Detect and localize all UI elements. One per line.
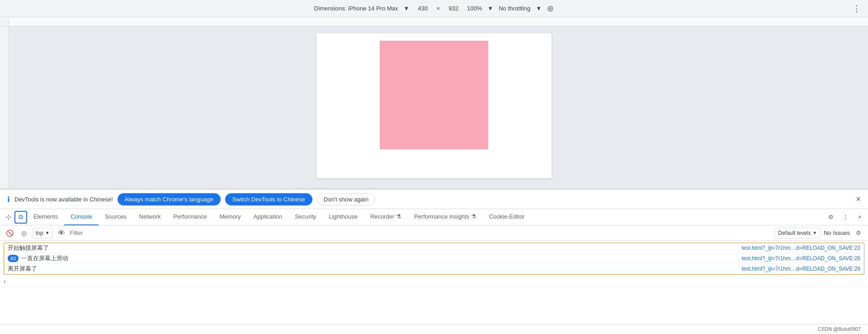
tab-network[interactable]: Network [133,209,167,225]
dont-show-again-button[interactable]: Don't show again [317,193,375,205]
tab-memory[interactable]: Memory [213,209,247,225]
throttling-label[interactable]: No throttling [499,5,530,12]
inspect-element-button[interactable]: ⊹ [2,211,14,224]
tab-security[interactable]: Security [288,209,322,225]
tab-application[interactable]: Application [247,209,289,225]
ruler-vertical [0,26,9,188]
dimension-separator: × [436,5,440,12]
console-count-badge: 60 [8,255,19,262]
console-group: 开始触摸屏幕了 test.html?_ijt=7r1hm…d=RELOAD_ON… [4,243,864,275]
log-level-selector[interactable]: Default levels ▼ [774,228,821,239]
console-entry: 60 一直在屏幕上滑动 test.html?_ijt=7r1hm…d=RELOA… [4,253,864,264]
pink-box [380,41,488,149]
notification-message: DevTools is now available in Chinese! [14,196,113,203]
console-output: 开始触摸屏幕了 test.html?_ijt=7r1hm…d=RELOAD_ON… [0,241,868,324]
devtools-close-button[interactable]: × [854,211,866,224]
context-label: top [36,230,43,236]
console-input-arrow: › [4,278,5,285]
device-toggle-button[interactable]: ⧉ [14,211,27,224]
tabs-right: ⚙ ⋮ × [825,211,866,224]
device-frame [316,33,552,178]
devtools-panel: ℹ DevTools is now available in Chinese! … [0,188,868,333]
console-settings-button[interactable]: ⚙ [853,227,864,239]
info-icon: ℹ [7,195,10,204]
context-chevron: ▼ [45,230,50,235]
zoom-label[interactable]: 100% [467,5,482,12]
console-filter-input[interactable] [70,228,772,239]
throttling-chevron: ▼ [536,5,542,12]
bottom-bar: CSDN @Bulut0907 [0,324,868,333]
show-live-expressions-button[interactable]: 👁 [56,227,67,239]
clear-console-button[interactable]: 🚫 [4,227,15,239]
tab-cookie-editor[interactable]: Cookie-Editor [483,209,531,225]
tab-sources[interactable]: Sources [99,209,133,225]
ruler-corner [0,17,9,26]
log-level-label: Default levels [778,230,811,236]
tab-recorder[interactable]: Recorder ⚗ [364,209,408,225]
dimensions-label: Dimensions: iPhone 14 Pro Max [314,5,398,12]
zoom-chevron: ▼ [487,5,493,12]
notification-close-button[interactable]: × [856,195,861,204]
console-entry-text: 开始触摸屏幕了 [8,244,741,252]
log-level-chevron: ▼ [812,230,817,235]
tab-console[interactable]: Console [64,209,99,225]
device-toolbar: Dimensions: iPhone 14 Pro Max ▼ 430 × 93… [0,0,868,17]
no-issues-label: No Issues [824,229,850,236]
console-entry-text: 离开屏幕了 [8,265,741,273]
console-entry: 离开屏幕了 test.html?_ijt=7r1hm…d=RELOAD_ON_S… [4,264,864,274]
console-entry: 开始触摸屏幕了 test.html?_ijt=7r1hm…d=RELOAD_ON… [4,243,864,253]
devtools-tabs: ⊹ ⧉ Elements Console Sources Network Per… [0,209,868,225]
context-selector[interactable]: top ▼ [33,228,53,239]
dimensions-chevron: ▼ [404,5,410,12]
console-entry-link[interactable]: test.html?_ijt=7r1hm…d=RELOAD_ON_SAVE:26 [741,255,860,262]
console-toolbar: 🚫 ◎ top ▼ 👁 Default levels ▼ No Issues ⚙ [0,225,868,241]
more-options-button[interactable]: ⋮ [853,4,861,14]
tab-performance[interactable]: Performance [167,209,213,225]
notification-bar: ℹ DevTools is now available in Chinese! … [0,189,868,209]
ruler-area [0,17,868,26]
credit-text: CSDN @Bulut0907 [818,326,861,332]
devtools-more-button[interactable]: ⋮ [839,211,852,224]
match-language-button[interactable]: Always match Chrome's language [118,193,221,205]
devtools-settings-button[interactable]: ⚙ [825,211,837,224]
console-entry-text: 一直在屏幕上滑动 [21,254,741,262]
height-input[interactable]: 932 [445,5,462,12]
tab-elements[interactable]: Elements [27,209,64,225]
rotate-icon[interactable]: ⊛ [547,4,554,14]
console-entry-link[interactable]: test.html?_ijt=7r1hm…d=RELOAD_ON_SAVE:29 [741,266,860,272]
console-input-row[interactable]: › [0,277,868,286]
console-filter-button[interactable]: ◎ [18,227,30,239]
console-entry-link[interactable]: test.html?_ijt=7r1hm…d=RELOAD_ON_SAVE:23 [741,245,860,251]
ruler-horizontal [9,17,868,26]
viewport-area [0,26,868,188]
tab-performance-insights[interactable]: Performance insights ⚗ [408,209,483,225]
tab-lighthouse[interactable]: Lighthouse [322,209,364,225]
switch-to-chinese-button[interactable]: Switch DevTools to Chinese [225,193,312,205]
width-input[interactable]: 430 [415,5,431,12]
